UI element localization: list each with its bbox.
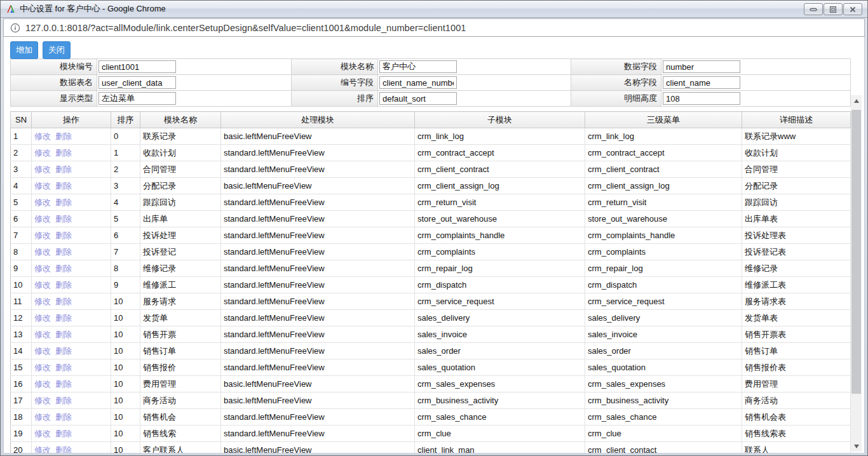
delete-link[interactable]: 删除 [55,297,72,306]
edit-link[interactable]: 修改 [34,429,51,438]
cell-handler-module: standard.leftMenuFreeView [221,343,415,359]
module-number-label: 模块编号 [11,59,97,75]
delete-link[interactable]: 删除 [55,181,72,191]
cell-description: 商务活动 [742,392,851,409]
close-page-button[interactable]: 关闭 [43,41,71,59]
cell-handler-module: standard.leftMenuFreeView [221,310,415,326]
delete-link[interactable]: 删除 [55,429,72,438]
delete-link[interactable]: 删除 [55,247,72,257]
column-header: 操作 [32,112,111,128]
number-field-input[interactable] [379,76,457,89]
delete-link[interactable]: 删除 [55,148,72,158]
cell-description: 投诉处理表 [742,227,851,244]
edit-link[interactable]: 修改 [34,198,51,207]
cell-third-menu: crm_service_request [585,293,742,310]
edit-link[interactable]: 修改 [34,131,51,141]
address-bar[interactable]: 127.0.0.1:8018/?act=allModule/link.cente… [3,18,865,37]
edit-link[interactable]: 修改 [34,247,51,257]
cell-sn: 7 [11,227,32,244]
delete-link[interactable]: 删除 [55,313,72,323]
window-title: 中心设置 for 客户中心 - Google Chrome [20,3,166,15]
edit-link[interactable]: 修改 [34,297,51,306]
cell-third-menu: sales_order [585,343,742,359]
cell-handler-module: standard.leftMenuFreeView [221,277,415,293]
edit-link[interactable]: 修改 [34,164,51,174]
cell-third-menu: crm_client_contract [585,161,742,178]
cell-sort: 7 [111,244,140,260]
cell-description: 收款计划 [742,145,851,161]
cell-module-name: 投诉登记 [140,244,221,260]
edit-link[interactable]: 修改 [34,379,51,389]
edit-link[interactable]: 修改 [34,181,51,191]
cell-description: 发货单表 [742,310,851,326]
edit-link[interactable]: 修改 [34,280,51,290]
delete-link[interactable]: 删除 [55,264,72,273]
module-number-input[interactable] [98,60,176,73]
cell-handler-module: standard.leftMenuFreeView [221,227,415,244]
edit-link[interactable]: 修改 [34,264,51,273]
delete-link[interactable]: 删除 [55,280,72,290]
cell-operations: 修改删除 [32,260,111,277]
edit-link[interactable]: 修改 [34,412,51,422]
cell-sort: 10 [111,442,140,453]
scroll-up-icon[interactable] [851,95,862,106]
cell-module-name: 销售机会 [140,409,221,426]
cell-sort: 2 [111,161,140,178]
cell-third-menu: sales_delivery [585,310,742,326]
edit-link[interactable]: 修改 [34,148,51,158]
vertical-scrollbar[interactable] [851,95,862,452]
name-field-input[interactable] [663,76,740,89]
delete-link[interactable]: 删除 [55,214,72,224]
delete-link[interactable]: 删除 [55,396,72,405]
delete-link[interactable]: 删除 [55,231,72,240]
edit-link[interactable]: 修改 [34,214,51,224]
detail-height-input[interactable] [663,92,740,105]
cell-sub-module: store_out_warehouse [415,211,585,227]
info-icon[interactable] [10,23,20,33]
cell-third-menu: crm_client_contact [585,442,742,453]
display-type-input[interactable] [98,92,176,105]
cell-description: 服务请求表 [742,293,851,310]
cell-sort: 6 [111,227,140,244]
edit-link[interactable]: 修改 [34,396,51,405]
sort-input[interactable] [379,92,457,105]
delete-link[interactable]: 删除 [55,412,72,422]
edit-link[interactable]: 修改 [34,330,51,339]
delete-link[interactable]: 删除 [55,164,72,174]
delete-link[interactable]: 删除 [55,379,72,389]
delete-link[interactable]: 删除 [55,330,72,339]
delete-link[interactable]: 删除 [55,198,72,207]
data-table-name-input[interactable] [98,76,176,89]
minimize-button[interactable] [804,3,823,15]
data-field-input[interactable] [663,60,740,73]
table-row: 6修改删除5出库单standard.leftMenuFreeViewstore_… [11,211,851,227]
name-field-label: 名称字段 [571,75,661,91]
delete-link[interactable]: 删除 [55,445,72,453]
edit-link[interactable]: 修改 [34,445,51,453]
table-header-row: SN操作排序模块名称处理模块子模块三级菜单详细描述 [11,112,851,128]
cell-description: 投诉登记表 [742,244,851,260]
delete-link[interactable]: 删除 [55,131,72,141]
cell-sn: 8 [11,244,32,260]
add-button[interactable]: 增加 [10,41,38,59]
cell-sn: 2 [11,145,32,161]
edit-link[interactable]: 修改 [34,363,51,372]
delete-link[interactable]: 删除 [55,363,72,372]
scrollbar-thumb[interactable] [851,110,861,394]
form-field-cell [97,91,292,107]
cell-description: 销售报价表 [742,359,851,376]
edit-link[interactable]: 修改 [34,231,51,240]
cell-sn: 16 [11,376,32,392]
delete-link[interactable]: 删除 [55,346,72,356]
cell-sub-module: crm_link_log [415,128,585,145]
cell-description: 费用管理 [742,376,851,392]
close-button[interactable] [843,3,862,15]
scroll-down-icon[interactable] [851,441,862,452]
cell-sort: 10 [111,376,140,392]
cell-operations: 修改删除 [32,376,111,392]
edit-link[interactable]: 修改 [34,346,51,356]
cell-sn: 13 [11,326,32,343]
module-name-input[interactable] [379,60,457,73]
maximize-button[interactable] [824,3,843,15]
edit-link[interactable]: 修改 [34,313,51,323]
